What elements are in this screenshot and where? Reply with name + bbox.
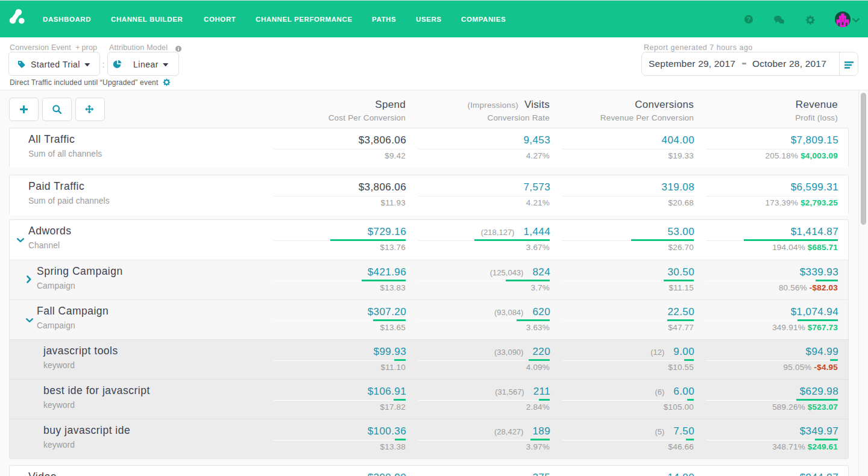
- svg-text:?: ?: [746, 16, 750, 23]
